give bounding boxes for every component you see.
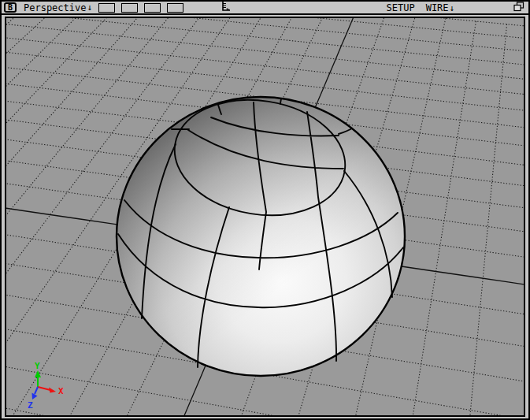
grid-line (5, 17, 525, 95)
grid-line (5, 17, 525, 39)
x-axis-line (38, 387, 50, 390)
grid-line (5, 17, 525, 52)
dropdown-arrow-icon: ↓ (450, 3, 455, 13)
grid-line (458, 24, 506, 417)
grid-line (5, 17, 135, 400)
scene-svg: Y X Z (5, 17, 525, 417)
grid-line (523, 28, 525, 418)
viewport-3d[interactable]: Y X Z (5, 17, 525, 417)
app-window: B Perspective↓ SETUP WIRE↓ (0, 0, 530, 420)
dropdown-arrow-icon: ↓ (87, 2, 92, 13)
viewport-titlebar: B Perspective↓ SETUP WIRE↓ (2, 2, 528, 15)
grid-line (5, 17, 6, 355)
grid-line (5, 17, 525, 80)
z-axis-label: Z (28, 400, 33, 411)
grid-line (5, 17, 108, 392)
menu-setup[interactable]: SETUP (387, 2, 415, 13)
window-frame: Y X Z (2, 17, 528, 418)
layout-preset-button-4[interactable] (167, 3, 183, 13)
menu-wire[interactable]: WIRE↓ (426, 2, 455, 13)
dome-object[interactable] (117, 88, 405, 376)
layout-preset-button-1[interactable] (98, 3, 115, 13)
grid-line (395, 21, 476, 417)
layout-preset-button-2[interactable] (121, 3, 138, 13)
grid-line (5, 17, 56, 373)
grid-line (5, 17, 82, 382)
y-axis-label: Y (35, 361, 40, 371)
view-menu[interactable]: Perspective↓ (24, 2, 92, 13)
layout-preset-button-3[interactable] (144, 3, 161, 13)
window-mode-button[interactable]: B (4, 2, 17, 13)
axis-triad: Y X Z (28, 361, 64, 411)
window-mode-button-label: B (8, 4, 13, 12)
z-axis-line (35, 387, 38, 394)
y-axis-arrow (35, 370, 41, 377)
view-menu-label: Perspective (24, 2, 86, 13)
x-axis-arrow (49, 388, 56, 393)
grid-line (5, 17, 525, 66)
x-axis-label: X (58, 386, 64, 396)
